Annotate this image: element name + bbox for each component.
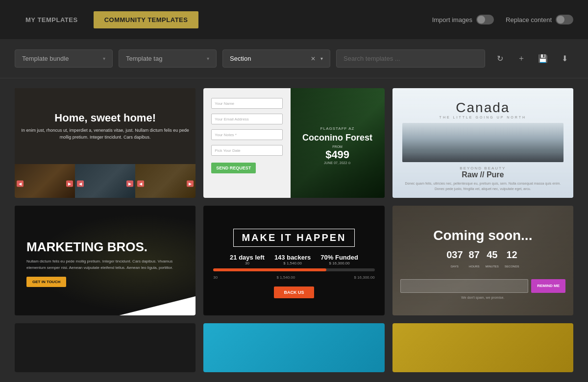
card-coconino-location: FLAGSTAFF AZ bbox=[320, 126, 355, 131]
form-email-field: Your Email Address bbox=[211, 114, 282, 124]
card-canada-country: Canada bbox=[440, 100, 526, 116]
refresh-button[interactable]: ↻ bbox=[491, 50, 509, 68]
card-canada-scenery bbox=[402, 123, 564, 162]
countdown-days-val: 037 bbox=[446, 249, 463, 261]
card-coconino-date: JUNE 07, 2022 ⊙ bbox=[324, 161, 351, 165]
remind-me-button[interactable]: REMIND ME bbox=[531, 279, 565, 293]
funding-progress-bar bbox=[213, 268, 374, 271]
card-coconino-price: $499 bbox=[325, 148, 349, 161]
form-name-field: Your Name bbox=[211, 98, 282, 109]
template-tag-dropdown[interactable]: Template tag ▾ bbox=[119, 49, 217, 68]
card-coconino-name: Coconino Forest bbox=[302, 133, 372, 143]
add-button[interactable]: ＋ bbox=[513, 50, 530, 68]
card-home-subtitle: In enim just, rhoncus ut, imperdiet a, v… bbox=[20, 127, 191, 141]
template-tag-label: Template tag bbox=[126, 55, 162, 62]
coming-soon-form: REMIND ME bbox=[400, 279, 565, 293]
funding-progress-fill bbox=[213, 268, 326, 271]
stat-funded-amount: $ 16,300.00 bbox=[329, 261, 350, 265]
template-card-marketing[interactable]: MARKETING BROS. Nullam dictum felis eu p… bbox=[15, 206, 196, 315]
card-canada-desc: Donec quam felis, ultricies nec, pellent… bbox=[402, 181, 564, 191]
form-notes-field: Your Notes * bbox=[211, 129, 282, 140]
filter-bar: Template bundle ▾ Template tag ▾ Section… bbox=[0, 39, 588, 78]
tab-community-templates[interactable]: COMMUNITY TEMPLATES bbox=[94, 11, 199, 28]
countdown-days-lbl: DAYS bbox=[451, 265, 459, 268]
search-input[interactable] bbox=[336, 49, 485, 68]
back-us-button[interactable]: BACK US bbox=[274, 286, 314, 298]
save-button[interactable]: 💾 bbox=[534, 50, 552, 68]
template-bundle-dropdown[interactable]: Template bundle ▾ bbox=[15, 49, 113, 68]
template-card-coming-soon[interactable]: Coming soon... 037 DAYS 87 HOURS 45 MINU… bbox=[392, 206, 573, 315]
tab-my-templates[interactable]: MY TEMPLATES bbox=[15, 11, 89, 28]
card-canada-sub: THE LITTLE GOING UP NORTH bbox=[440, 116, 526, 119]
stat-backers: 143 backers $ 1,540.00 bbox=[274, 254, 311, 265]
funding-amount-end: $ 16,300.00 bbox=[354, 275, 374, 280]
card-coconino-form: Your Name Your Email Address Your Notes … bbox=[203, 88, 290, 198]
countdown-seconds: 12 SECONDS bbox=[505, 249, 519, 269]
replace-content-toggle[interactable] bbox=[556, 15, 573, 24]
stat-backers-amount: $ 1,540.00 bbox=[283, 261, 302, 265]
template-card-partial-2[interactable] bbox=[203, 323, 384, 372]
toolbar-icons: ↻ ＋ 💾 ⬇ bbox=[491, 50, 573, 68]
countdown-minutes-lbl: MINUTES bbox=[486, 265, 499, 268]
card-funding-amounts: 30 $ 1,540.00 $ 16,300.00 bbox=[213, 275, 374, 280]
section-value-label: Section bbox=[230, 55, 251, 62]
funding-amount-start: 30 bbox=[213, 275, 218, 280]
header: MY TEMPLATES COMMUNITY TEMPLATES Import … bbox=[0, 0, 588, 39]
template-grid: Home, sweet home! In enim just, rhoncus … bbox=[0, 78, 588, 382]
countdown-seconds-lbl: SECONDS bbox=[505, 265, 519, 268]
funding-amount-mid: $ 1,540.00 bbox=[276, 275, 295, 280]
import-images-label: Import images bbox=[432, 16, 472, 24]
template-card-home[interactable]: Home, sweet home! In enim just, rhoncus … bbox=[15, 88, 196, 198]
template-card-make-it-happen[interactable]: MAKE IT HAPPEN 21 days left 30 143 backe… bbox=[203, 206, 384, 315]
template-card-coconino[interactable]: Your Name Your Email Address Your Notes … bbox=[203, 88, 384, 198]
card-canada-brand: BEYOND BEAUTY bbox=[402, 166, 564, 170]
countdown-hours-lbl: HOURS bbox=[469, 265, 480, 268]
card-coming-soon-countdown: 037 DAYS 87 HOURS 45 MINUTES 12 SECONDS bbox=[446, 249, 519, 269]
countdown-minutes: 45 MINUTES bbox=[486, 249, 499, 269]
send-request-button[interactable]: SEND REQUEST bbox=[211, 163, 256, 173]
stat-funded-val: 70% Funded bbox=[320, 254, 358, 261]
template-bundle-label: Template bundle bbox=[22, 55, 69, 62]
template-card-partial-3[interactable] bbox=[392, 323, 573, 372]
replace-content-label: Replace content bbox=[506, 16, 552, 24]
coming-soon-note: We don't spam, we promise. bbox=[461, 296, 504, 299]
stat-backers-val: 143 backers bbox=[274, 254, 311, 261]
card-coming-soon-title: Coming soon... bbox=[433, 228, 532, 243]
template-bundle-chevron-icon: ▾ bbox=[103, 56, 105, 61]
section-clear-icon[interactable]: ✕ bbox=[311, 55, 316, 62]
card-coconino-from: FROM bbox=[332, 145, 343, 148]
import-images-toggle-group: Import images bbox=[432, 15, 494, 24]
card-make-it-happen-stats: 21 days left 30 143 backers $ 1,540.00 7… bbox=[230, 254, 358, 265]
countdown-hours: 87 HOURS bbox=[469, 249, 480, 269]
download-button[interactable]: ⬇ bbox=[556, 50, 573, 68]
form-date-field: Pick Your Date bbox=[211, 145, 282, 156]
card-make-it-happen-title: MAKE IT HAPPEN bbox=[233, 229, 354, 247]
card-marketing-btn[interactable]: GET IN TOUCH bbox=[26, 277, 66, 287]
countdown-hours-val: 87 bbox=[469, 249, 480, 261]
import-images-toggle[interactable] bbox=[476, 15, 494, 24]
template-card-partial-1[interactable] bbox=[15, 323, 196, 372]
countdown-days: 037 DAYS bbox=[446, 249, 463, 269]
replace-content-toggle-group: Replace content bbox=[506, 15, 573, 24]
card-canada-bottom: BEYOND BEAUTY Raw // Pure Donec quam fel… bbox=[402, 166, 564, 191]
card-marketing-shape bbox=[98, 296, 196, 315]
countdown-minutes-val: 45 bbox=[486, 249, 499, 261]
section-dropdown[interactable]: Section ✕ ▾ bbox=[222, 49, 330, 68]
card-marketing-body: Nullam dictum felis eu pede mollig preti… bbox=[26, 259, 184, 271]
countdown-seconds-val: 12 bbox=[505, 249, 519, 261]
card-marketing-title: MARKETING BROS. bbox=[26, 239, 184, 255]
section-chevron-icon: ▾ bbox=[320, 56, 323, 61]
coming-soon-email-input[interactable] bbox=[400, 279, 529, 293]
template-card-canada[interactable]: Canada THE LITTLE GOING UP NORTH BEYOND … bbox=[392, 88, 573, 198]
stat-days-amount: 30 bbox=[245, 261, 249, 265]
header-tabs: MY TEMPLATES COMMUNITY TEMPLATES bbox=[15, 11, 198, 28]
card-canada-top: Canada THE LITTLE GOING UP NORTH bbox=[440, 100, 526, 119]
card-canada-tagline: Raw // Pure bbox=[402, 170, 564, 179]
header-controls: Import images Replace content bbox=[432, 15, 573, 24]
template-tag-chevron-icon: ▾ bbox=[207, 56, 209, 61]
card-home-title: Home, sweet home! bbox=[54, 112, 156, 124]
stat-funded: 70% Funded $ 16,300.00 bbox=[320, 254, 358, 265]
stat-days-val: 21 days left bbox=[230, 254, 265, 261]
stat-days: 21 days left 30 bbox=[230, 254, 265, 265]
